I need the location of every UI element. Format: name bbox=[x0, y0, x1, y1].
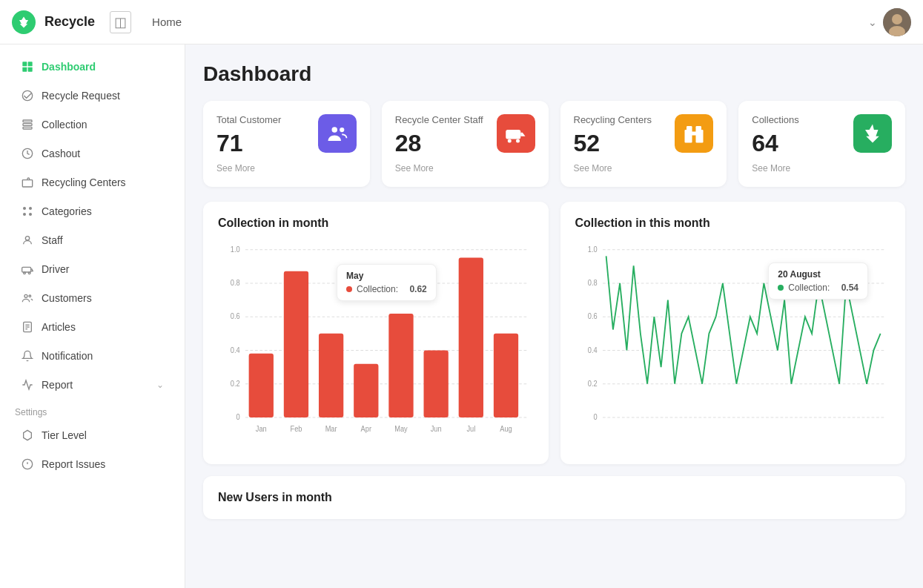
new-users-title: New Users in month bbox=[218, 491, 890, 504]
stat-icon-collections bbox=[853, 114, 892, 153]
stat-more-total-customer[interactable]: See More bbox=[216, 163, 357, 174]
sidebar-item-recycling-centers[interactable]: Recycling Centers bbox=[6, 168, 179, 196]
sidebar-label-recycle-request: Recycle Request bbox=[42, 90, 120, 102]
articles-icon bbox=[21, 320, 34, 334]
svg-point-14 bbox=[29, 207, 32, 210]
svg-text:0.4: 0.4 bbox=[587, 346, 597, 354]
sidebar-item-driver[interactable]: Driver bbox=[6, 255, 179, 283]
sidebar-item-articles[interactable]: Articles bbox=[6, 313, 179, 341]
sidebar-item-staff[interactable]: Staff bbox=[6, 226, 179, 254]
svg-text:0.6: 0.6 bbox=[231, 312, 240, 321]
svg-text:Apr: Apr bbox=[361, 425, 372, 434]
new-users-card: New Users in month bbox=[203, 476, 905, 519]
stat-value-recycle-staff: 28 bbox=[395, 130, 483, 157]
dashboard-icon bbox=[21, 60, 34, 73]
topbar-right: ⌄ bbox=[868, 8, 911, 36]
stat-card-recycle-staff: Recycle Center Staff 28 See More bbox=[382, 101, 549, 187]
settings-section-label: Settings bbox=[0, 400, 185, 420]
categories-icon bbox=[21, 205, 34, 218]
recycling-centers-icon bbox=[21, 176, 34, 189]
sidebar-label-articles: Articles bbox=[42, 321, 76, 333]
svg-text:Aug: Aug bbox=[500, 425, 512, 434]
svg-text:Feb: Feb bbox=[290, 425, 302, 434]
svg-rect-52 bbox=[249, 354, 274, 417]
sidebar-label-staff: Staff bbox=[42, 234, 63, 246]
svg-rect-58 bbox=[459, 258, 483, 417]
content-area: Dashboard Total Customer 71 See More bbox=[185, 44, 923, 588]
svg-point-31 bbox=[340, 128, 344, 132]
svg-text:Jul: Jul bbox=[466, 425, 475, 434]
layout-toggle-button[interactable]: ◫ bbox=[110, 11, 131, 33]
charts-row: Collection in month 1.0 0.8 0.6 bbox=[203, 202, 905, 464]
svg-text:Jun: Jun bbox=[431, 425, 442, 434]
svg-point-33 bbox=[507, 139, 511, 143]
notification-icon bbox=[21, 349, 34, 363]
svg-rect-54 bbox=[319, 334, 343, 417]
svg-rect-55 bbox=[354, 364, 378, 417]
stat-more-recycle-staff[interactable]: See More bbox=[395, 163, 535, 174]
svg-text:1.0: 1.0 bbox=[587, 245, 597, 254]
sidebar-label-collection: Collection bbox=[42, 119, 87, 131]
sidebar-label-cashout: Cashout bbox=[42, 148, 80, 159]
stat-more-collections[interactable]: See More bbox=[752, 163, 892, 174]
svg-text:1.0: 1.0 bbox=[231, 245, 240, 254]
stat-label-total-customer: Total Customer bbox=[216, 114, 281, 125]
bar-chart-svg: 1.0 0.8 0.6 0.4 0.2 0 bbox=[218, 242, 534, 449]
cashout-icon bbox=[21, 147, 34, 160]
svg-text:0: 0 bbox=[236, 412, 240, 421]
report-issues-icon bbox=[21, 457, 34, 471]
sidebar-label-driver: Driver bbox=[42, 263, 69, 275]
sidebar-label-notification: Notification bbox=[42, 350, 93, 362]
sidebar-label-dashboard: Dashboard bbox=[42, 61, 96, 73]
svg-rect-39 bbox=[690, 132, 698, 136]
svg-text:Mar: Mar bbox=[325, 425, 338, 434]
sidebar-item-collection[interactable]: Collection bbox=[6, 110, 179, 139]
svg-point-15 bbox=[23, 213, 26, 216]
sidebar-item-recycle-request[interactable]: Recycle Request bbox=[6, 82, 179, 110]
avatar[interactable] bbox=[883, 8, 911, 36]
recycle-request-icon bbox=[21, 89, 34, 102]
svg-text:0.6: 0.6 bbox=[587, 312, 597, 321]
sidebar-item-dashboard[interactable]: Dashboard bbox=[6, 53, 179, 81]
report-chevron-icon: ⌄ bbox=[156, 380, 164, 390]
bar-chart-title: Collection in month bbox=[218, 217, 534, 230]
collection-icon bbox=[21, 118, 34, 131]
svg-point-30 bbox=[331, 127, 337, 133]
stat-icon-recycle-staff bbox=[497, 114, 535, 153]
sidebar-item-report-issues[interactable]: Report Issues bbox=[6, 450, 179, 478]
svg-rect-57 bbox=[424, 350, 449, 417]
svg-rect-56 bbox=[388, 314, 413, 417]
svg-point-22 bbox=[29, 295, 31, 297]
sidebar-item-categories[interactable]: Categories bbox=[6, 197, 179, 225]
svg-rect-8 bbox=[23, 120, 32, 122]
sidebar: Dashboard Recycle Request Collection Cas… bbox=[0, 44, 185, 588]
sidebar-item-report[interactable]: Report ⌄ bbox=[6, 371, 179, 399]
tier-icon bbox=[21, 429, 34, 442]
svg-rect-18 bbox=[22, 267, 31, 272]
svg-text:0.8: 0.8 bbox=[587, 279, 597, 288]
svg-point-1 bbox=[892, 14, 902, 24]
stat-more-recycling-centers[interactable]: See More bbox=[574, 163, 714, 174]
sidebar-label-report: Report bbox=[42, 379, 73, 391]
svg-point-16 bbox=[29, 213, 32, 216]
chevron-down-icon[interactable]: ⌄ bbox=[868, 16, 877, 28]
stat-label-collections: Collections bbox=[752, 114, 799, 125]
sidebar-label-tier-level: Tier Level bbox=[42, 429, 87, 441]
svg-text:May: May bbox=[394, 425, 407, 434]
sidebar-item-cashout[interactable]: Cashout bbox=[6, 139, 179, 168]
stat-label-recycling-centers: Recycling Centers bbox=[574, 114, 652, 125]
stat-value-collections: 64 bbox=[752, 130, 799, 157]
sidebar-label-customers: Customers bbox=[42, 292, 92, 304]
stat-card-collections: Collections 64 See More bbox=[738, 101, 905, 187]
bar-chart-card: Collection in month 1.0 0.8 0.6 bbox=[203, 202, 549, 464]
svg-rect-3 bbox=[22, 62, 27, 66]
stat-icon-recycling-centers bbox=[675, 114, 713, 153]
sidebar-item-notification[interactable]: Notification bbox=[6, 342, 179, 370]
line-chart-card: Collection in this month 1.0 0.8 0.6 bbox=[560, 202, 906, 464]
sidebar-item-tier-level[interactable]: Tier Level bbox=[6, 421, 179, 449]
svg-text:Jan: Jan bbox=[256, 425, 267, 434]
logo-text: Recycle bbox=[44, 14, 95, 30]
sidebar-item-customers[interactable]: Customers bbox=[6, 284, 179, 312]
svg-rect-5 bbox=[22, 67, 27, 72]
svg-rect-59 bbox=[494, 334, 518, 417]
